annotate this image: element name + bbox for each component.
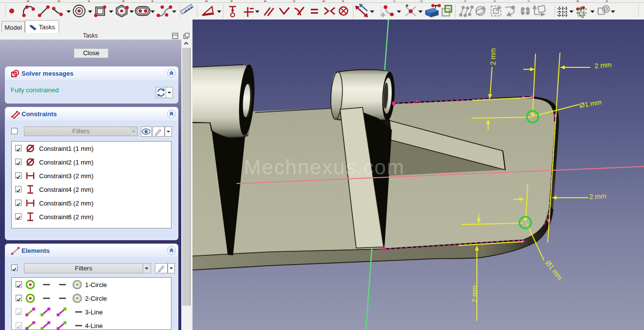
- svg-text:Mechnexus.com: Mechnexus.com: [244, 156, 405, 179]
- svg-text:2 mm: 2 mm: [471, 286, 478, 303]
- svg-text:2 mm: 2 mm: [489, 48, 497, 65]
- svg-text:2 mm: 2 mm: [594, 61, 612, 70]
- svg-text:2 mm: 2 mm: [589, 192, 607, 201]
